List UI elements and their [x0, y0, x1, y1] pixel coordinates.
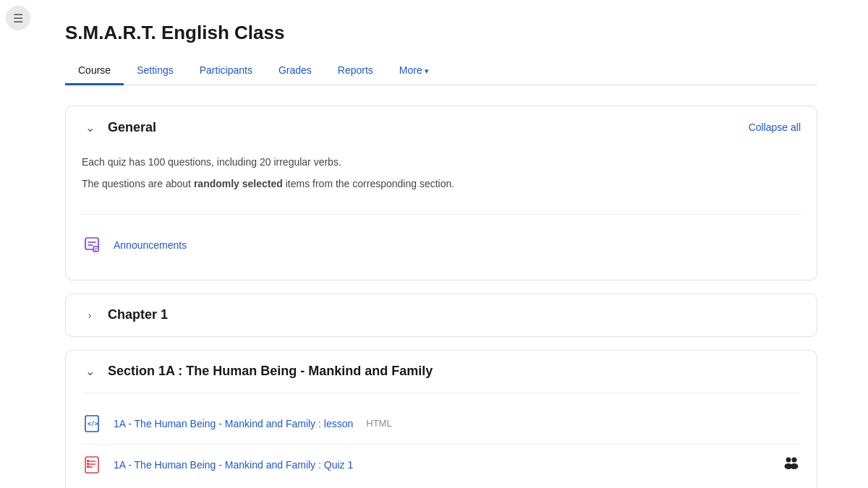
svg-rect-10	[87, 466, 89, 468]
section-1a: ⌄ Section 1A : The Human Being - Mankind…	[65, 350, 817, 488]
announcements-link[interactable]: Announcements	[114, 239, 187, 251]
svg-point-12	[792, 458, 797, 463]
hamburger-icon: ☰	[13, 12, 23, 25]
section-chapter1-header[interactable]: › Chapter 1	[66, 294, 817, 336]
section-general: ⌄ General Collapse all Each quiz has 100…	[65, 106, 817, 281]
section-1a-header-left: ⌄ Section 1A : The Human Being - Mankind…	[82, 364, 433, 380]
section-general-header-left: ⌄ General	[82, 119, 156, 135]
activity-html-lesson: </> 1A - The Human Being - Mankind and F…	[82, 403, 801, 445]
section-1a-header[interactable]: ⌄ Section 1A : The Human Being - Mankind…	[66, 351, 817, 393]
chevron-right-icon: ›	[82, 307, 98, 323]
section-general-body: Each quiz has 100 questions, including 2…	[66, 148, 817, 280]
tab-settings[interactable]: Settings	[124, 57, 187, 85]
html-lesson-icon: </>	[82, 412, 105, 435]
main-content: S.M.A.R.T. English Class Course Settings…	[43, 0, 839, 488]
svg-text:</>: </>	[88, 421, 98, 427]
chevron-down-icon-1a: ⌄	[82, 364, 98, 380]
tab-reports[interactable]: Reports	[325, 57, 386, 85]
description-bold: randomly selected	[194, 178, 283, 189]
section-chapter1-header-left: › Chapter 1	[82, 307, 168, 323]
quiz1-link[interactable]: 1A - The Human Being - Mankind and Famil…	[114, 459, 353, 471]
section-chapter1: › Chapter 1	[65, 294, 817, 337]
chevron-down-icon: ⌄	[82, 119, 98, 135]
menu-button[interactable]: ☰	[6, 6, 30, 30]
tab-course[interactable]: Course	[65, 57, 124, 85]
announcements-icon	[82, 234, 105, 257]
collapse-all-button[interactable]: Collapse all	[749, 121, 801, 133]
svg-point-14	[791, 463, 799, 469]
quiz-icon	[82, 453, 105, 476]
html-lesson-badge: HTML	[366, 418, 391, 429]
section-1a-divider	[82, 393, 801, 393]
section-1a-title: Section 1A : The Human Being - Mankind a…	[108, 364, 433, 379]
section-general-header[interactable]: ⌄ General Collapse all	[66, 106, 817, 148]
section-1a-body: </> 1A - The Human Being - Mankind and F…	[66, 393, 817, 488]
section-divider	[82, 214, 801, 215]
section-general-description: Each quiz has 100 questions, including 2…	[82, 148, 801, 210]
svg-point-11	[786, 458, 791, 463]
page-title: S.M.A.R.T. English Class	[65, 22, 817, 44]
quiz1-people-icon	[782, 455, 801, 474]
svg-rect-9	[87, 463, 89, 465]
description-line2: The questions are about randomly selecte…	[82, 176, 801, 192]
activity-quiz1: 1A - The Human Being - Mankind and Famil…	[82, 445, 801, 485]
tab-more[interactable]: More	[386, 57, 442, 85]
section-chapter1-title: Chapter 1	[108, 307, 168, 322]
svg-rect-8	[87, 460, 89, 462]
tab-grades[interactable]: Grades	[265, 57, 325, 85]
nav-tabs: Course Settings Participants Grades Repo…	[65, 57, 817, 85]
tab-participants[interactable]: Participants	[187, 57, 265, 85]
activity-announcements: Announcements	[82, 225, 801, 265]
html-lesson-link[interactable]: 1A - The Human Being - Mankind and Famil…	[114, 418, 353, 429]
section-general-title: General	[108, 120, 156, 135]
description-line1: Each quiz has 100 questions, including 2…	[82, 154, 801, 170]
